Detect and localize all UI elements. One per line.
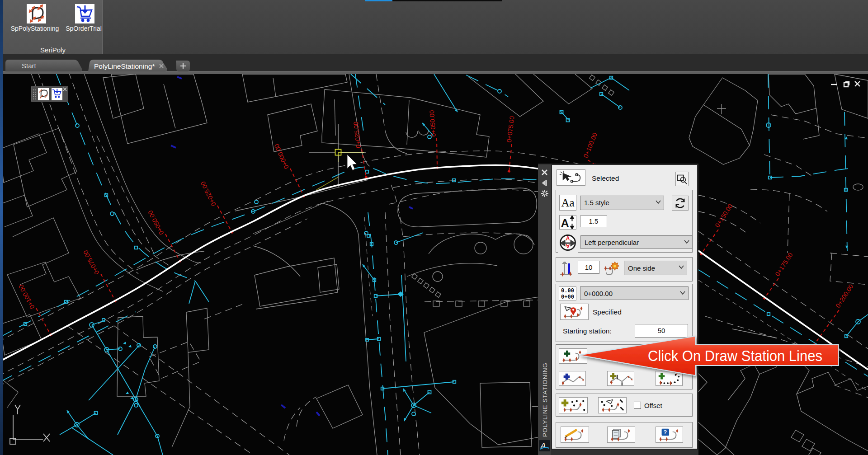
svg-text:0+025.00: 0+025.00 (352, 121, 362, 148)
svg-text:0+025.00: 0+025.00 (199, 180, 217, 207)
svg-text:0+100.00: 0+100.00 (582, 131, 599, 159)
svg-text:0+150.00: 0+150.00 (713, 202, 734, 229)
svg-text:0+075.00: 0+075.00 (505, 116, 515, 143)
svg-text:A: A (566, 243, 570, 249)
svg-text:Start: Start (22, 62, 37, 70)
svg-text:0+050.00: 0+050.00 (428, 110, 437, 137)
svg-text:0+200.00: 0+200.00 (834, 283, 855, 309)
svg-text:POLYLINE STATIONING: POLYLINE STATIONING (542, 363, 548, 437)
svg-text:PolyLineStationing*: PolyLineStationing* (94, 62, 155, 70)
svg-text:0+100.00: 0+100.00 (17, 283, 36, 310)
svg-text:A: A (566, 235, 570, 242)
svg-text:A: A (561, 217, 569, 229)
svg-text:0+175.00: 0+175.00 (774, 251, 794, 277)
svg-text:0+075.00: 0+075.00 (82, 249, 101, 276)
svg-text:?: ? (663, 429, 667, 436)
svg-text:0+000.00: 0+000.00 (273, 143, 290, 170)
svg-text:Click On Draw Station Lines: Click On Draw Station Lines (648, 347, 822, 364)
svg-text:0+050.00: 0+050.00 (146, 209, 165, 236)
